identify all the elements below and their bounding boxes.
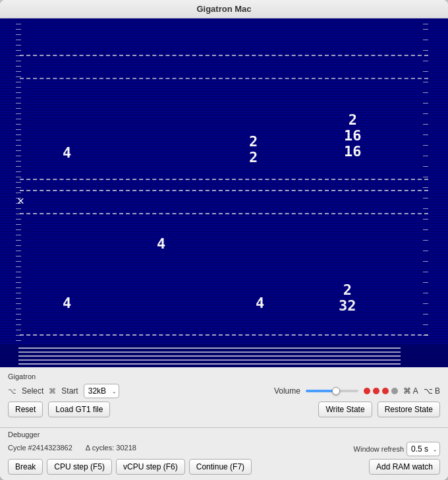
main-window: Gigatron Mac: [0, 0, 448, 480]
reset-button[interactable]: Reset: [8, 402, 43, 417]
window-refresh-group: Window refresh 0.5 s: [354, 442, 440, 456]
cycle-label: Cycle #2414323862: [8, 444, 72, 452]
dashed-line-1: [20, 55, 428, 56]
screen-display: 4 22 21616 ✕ 4 4 4 232: [0, 18, 448, 367]
dashed-line-3: [20, 179, 428, 180]
scanlines-overlay: [0, 18, 448, 367]
screen-x-marker: ✕: [17, 194, 24, 207]
vcpu-step-button[interactable]: vCPU step (F6): [116, 459, 185, 475]
volume-dots: [364, 388, 398, 394]
window-refresh-label: Window refresh: [354, 445, 404, 453]
control-row-2: Reset Load GT1 file Write State Restore …: [8, 402, 440, 417]
select-label: Select: [22, 386, 43, 396]
load-gt1-button[interactable]: Load GT1 file: [48, 402, 110, 417]
window-title: Gigatron Mac: [196, 4, 251, 14]
debug-buttons-row: Break CPU step (F5) vCPU step (F6) Conti…: [8, 459, 440, 475]
start-label: Start: [61, 386, 78, 396]
dashed-line-6: [20, 334, 428, 336]
delta-label: Δ cycles: 30218: [86, 444, 136, 452]
debugger-section-label: Debugger: [8, 431, 440, 438]
separator-1: [0, 427, 448, 428]
screen-num-21616: 21616: [344, 112, 362, 160]
cpu-step-button[interactable]: CPU step (F5): [47, 459, 112, 475]
controls-section: Gigatron ⌥ Select ⌘ Start 32kB Volume: [0, 367, 448, 425]
select-shortcut: ⌥: [8, 387, 16, 396]
screen-num-4-2: 4: [157, 236, 165, 252]
control-row-1: ⌥ Select ⌘ Start 32kB Volume: [8, 384, 440, 398]
dot-4: [391, 388, 398, 394]
bottom-strip: [0, 344, 448, 367]
volume-label: Volume: [274, 386, 300, 396]
screen-canvas: 4 22 21616 ✕ 4 4 4 232: [0, 18, 448, 367]
cmd-a-label: ⌘ A: [403, 386, 418, 396]
memory-select[interactable]: 32kB: [84, 384, 119, 398]
break-button[interactable]: Break: [8, 459, 43, 475]
window-refresh-select[interactable]: 0.5 s: [406, 442, 440, 456]
screen-num-232: 232: [339, 282, 356, 314]
dashed-line-2: [20, 78, 428, 79]
dot-2: [373, 388, 379, 394]
volume-thumb: [332, 387, 340, 395]
volume-slider[interactable]: [306, 390, 358, 392]
window-refresh-select-wrapper[interactable]: 0.5 s: [406, 442, 440, 456]
debugger-info-row: Cycle #2414323862 Δ cycles: 30218 Window…: [8, 442, 440, 456]
dashed-line-4: [20, 190, 428, 191]
volume-area: Volume ⌘ A ⌥ B: [274, 386, 440, 396]
restore-state-button[interactable]: Restore State: [378, 402, 440, 417]
opt-b-label: ⌥ B: [424, 386, 440, 396]
debugger-section: Debugger Cycle #2414323862 Δ cycles: 302…: [0, 431, 448, 480]
dashed-line-5: [20, 213, 428, 214]
dot-1: [364, 388, 370, 394]
add-ram-watch-button[interactable]: Add RAM watch: [369, 459, 440, 475]
gigatron-section-label: Gigatron: [8, 373, 440, 380]
continue-button[interactable]: Continue (F7): [189, 459, 252, 475]
screen-num-4-3: 4: [63, 295, 71, 311]
write-state-button[interactable]: Write State: [318, 402, 372, 417]
right-tick-marks: [423, 18, 432, 367]
start-shortcut: ⌘: [49, 387, 56, 396]
dot-3: [382, 388, 389, 394]
screen-num-22: 22: [249, 134, 258, 165]
title-bar: Gigatron Mac: [0, 0, 448, 18]
screen-num-4-4: 4: [256, 295, 264, 311]
screen-num-4-1: 4: [63, 145, 71, 161]
memory-select-wrapper[interactable]: 32kB: [84, 384, 119, 398]
